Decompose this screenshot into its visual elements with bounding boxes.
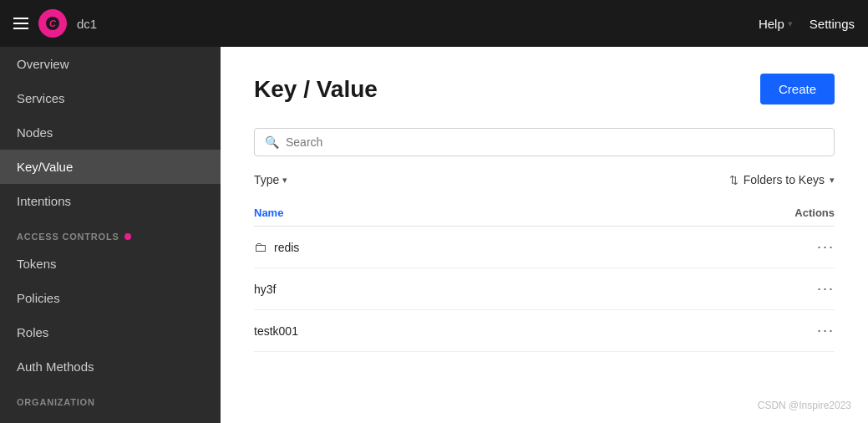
table-row: 🗀redis··· <box>254 227 835 268</box>
access-controls-section: Access Controls <box>0 218 221 247</box>
help-button[interactable]: Help ▾ <box>759 17 793 31</box>
actions-column-header: Actions <box>563 200 835 227</box>
sidebar: Overview Services Nodes Key/Value Intent… <box>0 47 221 423</box>
create-button[interactable]: Create <box>760 74 835 104</box>
sidebar-footer: Consul v1.16.0 <box>0 412 221 423</box>
name-cell[interactable]: testk001 <box>254 310 563 352</box>
name-cell[interactable]: 🗀redis <box>254 227 563 268</box>
more-actions-button[interactable]: ··· <box>817 238 835 256</box>
access-dot-icon <box>124 233 131 240</box>
top-navigation: C dc1 Help ▾ Settings <box>0 0 868 47</box>
actions-cell: ··· <box>563 227 835 268</box>
more-actions-button[interactable]: ··· <box>817 322 835 339</box>
kv-name: hy3f <box>254 283 276 296</box>
page-header: Key / Value Create <box>254 74 835 104</box>
topnav-left: C dc1 <box>13 9 759 38</box>
hamburger-menu[interactable] <box>13 18 28 29</box>
table-row: hy3f··· <box>254 268 835 310</box>
kv-name: redis <box>274 241 299 254</box>
sidebar-item-overview[interactable]: Overview <box>0 47 221 81</box>
folders-to-keys-button[interactable]: ⇅ Folders to Keys ▾ <box>729 173 835 186</box>
sidebar-item-tokens[interactable]: Tokens <box>0 247 221 281</box>
name-column-header: Name <box>254 200 563 227</box>
main-content: Key / Value Create 🔍 Type ▾ ⇅ Folders to… <box>221 47 868 423</box>
name-cell[interactable]: hy3f <box>254 268 563 310</box>
type-chevron-icon: ▾ <box>282 175 287 186</box>
sidebar-item-intentions[interactable]: Intentions <box>0 184 221 218</box>
filter-row: Type ▾ ⇅ Folders to Keys ▾ <box>254 170 835 190</box>
kv-table: Name Actions 🗀redis···hy3f···testk001··· <box>254 200 835 352</box>
organization-section: Organization <box>0 384 221 412</box>
sidebar-item-auth-methods[interactable]: Auth Methods <box>0 349 221 384</box>
actions-cell: ··· <box>563 268 835 310</box>
type-filter-button[interactable]: Type ▾ <box>254 173 287 186</box>
search-input[interactable] <box>286 135 824 149</box>
more-actions-button[interactable]: ··· <box>817 280 835 298</box>
kv-name: testk001 <box>254 324 298 338</box>
folder-icon: 🗀 <box>254 240 267 255</box>
help-chevron-icon: ▾ <box>788 18 793 29</box>
search-icon: 🔍 <box>265 135 279 149</box>
actions-cell: ··· <box>563 310 835 352</box>
sidebar-item-nodes[interactable]: Nodes <box>0 115 221 150</box>
datacenter-label: dc1 <box>77 17 97 31</box>
sidebar-item-keyvalue[interactable]: Key/Value <box>0 150 221 184</box>
filter-icon: ⇅ <box>729 174 739 186</box>
sidebar-item-services[interactable]: Services <box>0 81 221 115</box>
sidebar-item-roles[interactable]: Roles <box>0 315 221 349</box>
table-row: testk001··· <box>254 310 835 352</box>
search-bar: 🔍 <box>254 128 835 156</box>
settings-button[interactable]: Settings <box>810 17 855 31</box>
watermark: CSDN @Inspire2023 <box>758 400 851 411</box>
consul-logo: C <box>38 9 67 38</box>
layout: Overview Services Nodes Key/Value Intent… <box>0 47 868 423</box>
folders-chevron-icon: ▾ <box>830 175 835 186</box>
page-title: Key / Value <box>254 76 378 103</box>
sidebar-item-policies[interactable]: Policies <box>0 281 221 315</box>
topnav-right: Help ▾ Settings <box>759 17 855 31</box>
